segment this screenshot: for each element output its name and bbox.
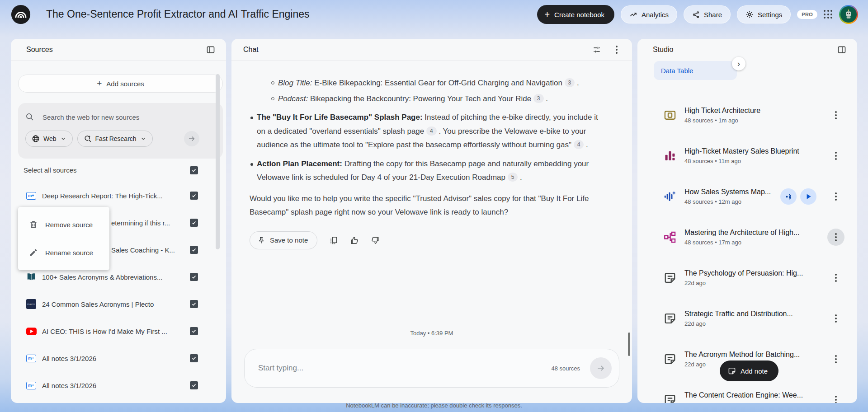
text: . xyxy=(544,94,548,103)
studio-item-row[interactable]: High-Ticket Mastery Sales Blueprint48 so… xyxy=(637,136,857,176)
add-note-label: Add note xyxy=(741,367,768,375)
source-row[interactable]: m+Deep Research Report: The High-Tick... xyxy=(11,182,226,209)
chat-scrollbar-thumb[interactable] xyxy=(628,332,630,356)
analytics-button[interactable]: Analytics xyxy=(621,5,677,23)
studio-item-menu-button[interactable] xyxy=(827,269,844,286)
studio-item-menu-button[interactable] xyxy=(827,188,844,205)
globe-icon xyxy=(32,135,40,143)
chat-date-divider: Today • 6:39 PM xyxy=(231,330,632,337)
bullet-item: Action Plan Placement: Drafting the copy… xyxy=(250,157,608,185)
sources-scrollbar-thumb[interactable] xyxy=(216,74,220,249)
citation-badge[interactable]: 3 xyxy=(533,94,544,103)
text: . xyxy=(584,140,588,149)
audio-waveform-icon xyxy=(664,190,676,203)
studio-item-row[interactable]: The Psychology of Persuasion: Hig...22d … xyxy=(637,258,857,298)
source-checkbox[interactable] xyxy=(190,246,198,254)
context-menu-label: Rename source xyxy=(45,249,93,257)
studio-item-menu-button[interactable] xyxy=(827,229,844,246)
italic-text: Blog Title: xyxy=(278,79,312,87)
web-filter-chip[interactable]: Web xyxy=(25,131,73,147)
studio-item-menu-button[interactable] xyxy=(827,107,844,124)
header-actions: + Create notebook Analytics Share Settin… xyxy=(537,5,858,24)
play-button[interactable] xyxy=(800,188,816,205)
notebooklm-logo-icon[interactable] xyxy=(11,5,31,24)
citation-badge[interactable]: 5 xyxy=(508,173,518,182)
studio-item-row[interactable]: How Sales Systems Map...48 sources • 12m… xyxy=(637,176,857,217)
plus-icon: + xyxy=(544,10,550,19)
italic-text: Podcast: xyxy=(278,94,308,103)
collapse-panel-icon[interactable] xyxy=(206,45,215,54)
pro-badge: PRO xyxy=(797,10,817,19)
settings-button[interactable]: Settings xyxy=(737,5,791,23)
text: . xyxy=(518,173,522,182)
studio-item-menu-button[interactable] xyxy=(827,391,844,403)
create-notebook-label: Create notebook xyxy=(554,11,604,19)
carousel-next-button[interactable]: › xyxy=(732,57,745,70)
bold-text: Action Plan Placement: xyxy=(257,159,342,168)
studio-item-meta: 48 sources • 17m ago xyxy=(684,239,819,246)
studio-item-title: Mastering the Architecture of High... xyxy=(684,229,819,237)
studio-item-row[interactable]: Strategic Traffic and Distribution...22d… xyxy=(637,298,857,339)
source-row[interactable]: m+All notes 3/1/2026 xyxy=(11,345,226,372)
source-checkbox[interactable] xyxy=(190,219,198,227)
more-options-icon xyxy=(835,274,837,282)
context-menu-item-rename-source[interactable]: Rename source xyxy=(18,239,109,267)
assistant-message: Blog Title: E-Bike Bikepacking: Essentia… xyxy=(250,76,608,220)
studio-item-menu-button[interactable] xyxy=(827,147,844,164)
source-checkbox[interactable] xyxy=(190,354,198,362)
chat-panel: Chat Blog Title: E-Bike Bikepacking: Ess… xyxy=(231,39,632,403)
collapse-panel-icon[interactable] xyxy=(837,45,846,54)
source-row[interactable]: PLECTO24 Common Sales Acronyms | Plecto xyxy=(11,290,226,318)
gear-icon xyxy=(745,10,754,19)
google-apps-icon[interactable] xyxy=(824,10,833,19)
youtube-icon xyxy=(26,328,37,335)
add-sources-button[interactable]: + Add sources xyxy=(18,75,223,93)
copy-icon[interactable] xyxy=(329,236,338,245)
chat-input-box[interactable]: Start typing... 48 sources xyxy=(244,349,619,388)
note-icon xyxy=(664,272,676,284)
context-menu-item-remove-source[interactable]: Remove source xyxy=(18,211,109,239)
studio-item-row[interactable]: The Content Creation Engine: Wee...22d a… xyxy=(637,379,857,403)
source-checkbox[interactable] xyxy=(190,327,198,335)
studio-item-menu-button[interactable] xyxy=(827,351,844,368)
top-header: The One-Sentence Profit Extractor and AI… xyxy=(0,0,868,29)
source-checkbox[interactable] xyxy=(190,273,198,281)
citation-badge[interactable]: 3 xyxy=(565,78,575,87)
thumbs-down-icon[interactable] xyxy=(371,236,380,245)
research-mode-chip[interactable]: Fast Research xyxy=(77,131,153,147)
search-input[interactable]: Search the web for new sources xyxy=(42,113,139,121)
interactive-mode-button[interactable] xyxy=(780,188,797,205)
share-button[interactable]: Share xyxy=(684,5,731,23)
source-checkbox[interactable] xyxy=(190,300,198,308)
send-message-button[interactable] xyxy=(590,357,612,379)
text: Bikepacking the Backcountry: Powering Yo… xyxy=(308,94,533,103)
source-title: All notes 3/1/2026 xyxy=(42,355,183,362)
studio-item-row[interactable]: High Ticket Architecture48 sources • 1m … xyxy=(637,95,857,136)
citation-badge[interactable]: 4 xyxy=(574,140,584,149)
chat-more-options-icon[interactable] xyxy=(612,45,621,54)
text: . xyxy=(575,79,579,87)
notebook-title[interactable]: The One-Sentence Profit Extractor and AI… xyxy=(46,8,310,20)
add-note-button[interactable]: Add note xyxy=(720,360,778,381)
studio-item-menu-button[interactable] xyxy=(827,310,844,327)
chat-settings-icon[interactable] xyxy=(592,45,601,54)
source-checkbox[interactable] xyxy=(190,381,198,389)
create-notebook-button[interactable]: + Create notebook xyxy=(537,5,614,24)
select-all-checkbox[interactable] xyxy=(190,166,198,174)
sources-panel-header: Sources xyxy=(11,39,226,61)
search-submit-button[interactable] xyxy=(184,131,199,146)
thumbs-up-icon[interactable] xyxy=(350,236,359,245)
studio-item-title: High Ticket Architecture xyxy=(684,107,819,115)
user-avatar[interactable] xyxy=(839,5,858,24)
citation-badge[interactable]: 4 xyxy=(426,126,437,136)
more-options-icon xyxy=(835,314,837,323)
source-row[interactable]: AI CEO: THIS is How I'd Make My First ..… xyxy=(11,318,226,345)
source-row[interactable]: m+All notes 3/1/2026 xyxy=(11,372,226,399)
studio-item-row[interactable]: Mastering the Architecture of High...48 … xyxy=(637,217,857,258)
data-table-chip[interactable]: Data Table xyxy=(654,61,737,80)
search-icon xyxy=(25,112,34,122)
pin-icon xyxy=(257,236,265,244)
source-checkbox[interactable] xyxy=(190,192,198,200)
save-to-note-button[interactable]: Save to note xyxy=(250,231,317,249)
source-context-menu: Remove sourceRename source xyxy=(18,207,109,270)
